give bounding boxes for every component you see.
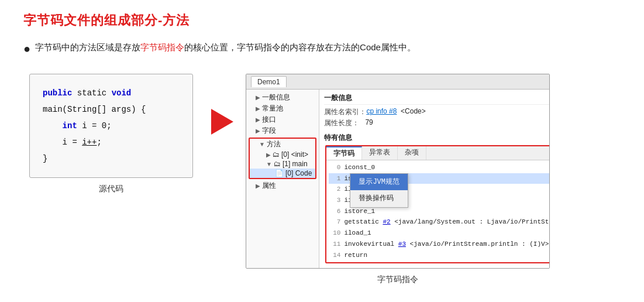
- code-line-3: i = i++;: [43, 134, 180, 150]
- ide-tree: ▶ 一般信息 ▶ 常量池 ▶ 接口 ▶ 字段: [246, 90, 319, 268]
- bc-link-2[interactable]: #2: [383, 218, 390, 225]
- code-int-val: i = 0;: [77, 121, 112, 131]
- bc-num-0: 0: [330, 162, 340, 173]
- code-panel-tabs: 字节码 异常表 杂项: [326, 146, 550, 160]
- props-val-attr-name: cp info #8 <Code>: [366, 107, 425, 117]
- arrow-wrap: [199, 74, 246, 135]
- props-key-attr-len: 属性长度：: [324, 118, 365, 128]
- bc-code-7: getstatic #2 <java/lang/System.out : Lja…: [344, 217, 550, 228]
- props-section-title: 一般信息: [324, 93, 550, 105]
- ide-body: ▶ 一般信息 ▶ 常量池 ▶ 接口 ▶ 字段: [246, 90, 549, 268]
- tree-label-main: [1] main: [283, 160, 308, 168]
- bc-code-0: iconst_0: [344, 162, 375, 173]
- bc-row-11: 11 invokevirtual #3 <java/io/PrintStream…: [329, 239, 550, 250]
- tree-arrow-init: ▶: [266, 152, 271, 158]
- bc-num-11: 11: [330, 239, 340, 250]
- code-box: public static void main(String[] args) {…: [29, 74, 193, 178]
- ctx-menu-item-jvm[interactable]: 显示JVM规范: [350, 174, 408, 190]
- ide-wrap: Demo1 ▶ 一般信息 ▶ 常量池 ▶ 接口: [246, 74, 550, 285]
- main-content: public static void main(String[] args) {…: [23, 74, 621, 285]
- ctx-menu-item-replace[interactable]: 替换操作码: [350, 190, 408, 207]
- bullet-prefix: 字节码中的方法区域是存放: [35, 42, 140, 52]
- tree-label-fields: 字段: [262, 126, 276, 136]
- tree-label-code: [0] Code: [285, 169, 312, 177]
- bullet-text: 字节码中的方法区域是存放字节码指令的核心位置，字节码指令的内容存放在方法的Cod…: [35, 40, 416, 55]
- ide-props: 一般信息 属性名索引： cp info #8 <Code> 属性长度： 79 特…: [319, 90, 550, 268]
- bullet-line: ● 字节码中的方法区域是存放字节码指令的核心位置，字节码指令的内容存放在方法的C…: [23, 40, 621, 57]
- tree-item-constants[interactable]: ▶ 常量池: [246, 103, 319, 114]
- tree-arrow-methods: ▼: [259, 141, 265, 147]
- bc-num-14: 14: [330, 250, 340, 261]
- tree-arrow-attributes: ▶: [256, 183, 260, 189]
- bc-num-10: 10: [330, 228, 340, 239]
- tree-arrow-general: ▶: [256, 94, 260, 101]
- tree-arrow-interface: ▶: [256, 116, 260, 123]
- code-main-sig: main(String[] args) {: [43, 105, 146, 114]
- code-keyword-int: int: [63, 121, 77, 131]
- tree-label-interface: 接口: [262, 115, 276, 125]
- special-info-title: 特有信息: [324, 133, 550, 143]
- tree-item-interface[interactable]: ▶ 接口: [246, 114, 319, 125]
- bc-code-10: iload_1: [344, 228, 371, 239]
- tree-item-methods[interactable]: ▼ 方法: [250, 139, 315, 150]
- tree-item-attributes[interactable]: ▶ 属性: [246, 180, 319, 191]
- tree-icon-code: 📄: [275, 169, 284, 177]
- bc-row-10: 10 iload_1: [329, 228, 550, 239]
- source-code-label: 源代码: [99, 184, 123, 194]
- tree-icon-init: 🗂: [273, 150, 280, 159]
- bytecode-list: 0 iconst_0 1 istore_1 显示JVM规范 替换操作码: [326, 160, 550, 262]
- bc-num-2: 2: [330, 184, 340, 195]
- ide-tab-bar: Demo1: [246, 74, 549, 90]
- code-line-2: int i = 0;: [43, 118, 180, 134]
- attr-link[interactable]: cp info #8: [366, 107, 397, 115]
- tree-item-fields[interactable]: ▶ 字段: [246, 125, 319, 136]
- code-keyword-public: public: [43, 88, 72, 98]
- bc-num-7: 7: [330, 217, 340, 228]
- tree-arrow-constants: ▶: [256, 105, 260, 112]
- bc-row-14: 14 return: [329, 250, 550, 261]
- tree-arrow-main: ▼: [266, 161, 272, 167]
- ide-label: 字节码指令: [377, 274, 418, 285]
- tab-bytecode[interactable]: 字节码: [326, 146, 362, 160]
- ide-box: Demo1 ▶ 一般信息 ▶ 常量池 ▶ 接口: [246, 74, 550, 269]
- bc-num-3: 3: [330, 195, 340, 206]
- tree-arrow-fields: ▶: [256, 128, 260, 134]
- code-keyword-void: void: [112, 88, 132, 98]
- tree-item-main[interactable]: ▼ 🗂 [1] main: [250, 159, 315, 169]
- right-arrow-icon: [211, 109, 233, 135]
- bc-code-14: return: [344, 250, 367, 261]
- bc-num-1: 1: [330, 173, 340, 184]
- bullet-suffix: 的核心位置，字节码指令的内容存放在方法的Code属性中。: [184, 42, 416, 52]
- tree-label-constants: 常量池: [262, 104, 283, 114]
- bc-code-11: invokevirtual #3 <java/io/PrintStream.pr…: [344, 239, 549, 250]
- bullet-highlight: 字节码指令: [140, 42, 184, 52]
- bullet-dot: ●: [23, 40, 30, 57]
- tab-exception[interactable]: 异常表: [362, 146, 398, 160]
- tree-icon-main: 🗂: [274, 160, 281, 168]
- code-line-4: }: [43, 150, 180, 167]
- ide-tab-demo1[interactable]: Demo1: [251, 76, 287, 87]
- bc-row-0: 0 iconst_0: [329, 162, 550, 173]
- props-row-attr-name: 属性名索引： cp info #8 <Code>: [324, 107, 550, 117]
- code-static: static: [77, 88, 112, 98]
- bc-link-3[interactable]: #3: [398, 241, 406, 248]
- props-val-attr-len: 79: [365, 118, 373, 128]
- props-key-attr-name: 属性名索引：: [324, 107, 366, 117]
- props-row-attr-len: 属性长度： 79: [324, 118, 550, 128]
- tree-label-init: [0] <init>: [281, 150, 308, 159]
- tree-label-methods: 方法: [267, 139, 281, 149]
- code-panel: 字节码 异常表 杂项 0 iconst_0 1 istore_1: [325, 145, 550, 263]
- source-code-wrap: public static void main(String[] args) {…: [23, 74, 199, 194]
- bc-row-1: 1 istore_1 显示JVM规范 替换操作码: [329, 173, 550, 184]
- context-menu: 显示JVM规范 替换操作码: [350, 173, 408, 208]
- tab-misc[interactable]: 杂项: [398, 146, 426, 160]
- page-title: 字节码文件的组成部分-方法: [23, 12, 621, 29]
- bc-num-6: 6: [330, 206, 340, 217]
- code-line-1: public static void main(String[] args) {: [43, 85, 180, 118]
- code-iinc: i++: [82, 138, 97, 147]
- tree-label-attributes: 属性: [262, 181, 276, 191]
- tree-item-general[interactable]: ▶ 一般信息: [246, 92, 319, 103]
- tree-item-init[interactable]: ▶ 🗂 [0] <init>: [250, 150, 315, 159]
- tree-item-code[interactable]: 📄 [0] Code: [250, 169, 315, 178]
- tree-label-general: 一般信息: [262, 92, 290, 102]
